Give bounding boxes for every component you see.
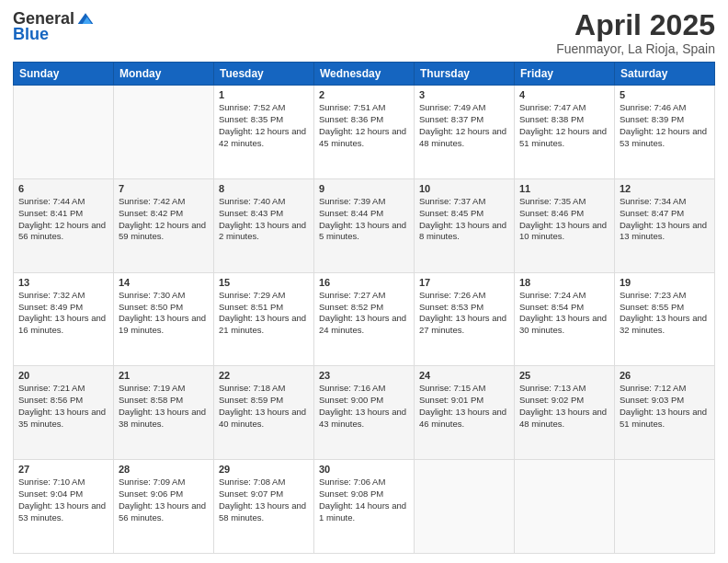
cell-info: Sunrise: 7:52 AMSunset: 8:35 PMDaylight:… bbox=[219, 102, 309, 149]
cell-info: Sunrise: 7:37 AMSunset: 8:45 PMDaylight:… bbox=[419, 196, 509, 243]
cell-info: Sunrise: 7:39 AMSunset: 8:44 PMDaylight:… bbox=[319, 196, 409, 243]
table-row: 16Sunrise: 7:27 AMSunset: 8:52 PMDayligh… bbox=[314, 272, 415, 366]
day-number: 17 bbox=[419, 277, 509, 288]
table-row: 25Sunrise: 7:13 AMSunset: 9:02 PMDayligh… bbox=[515, 366, 615, 460]
table-row: 4Sunrise: 7:47 AMSunset: 8:38 PMDaylight… bbox=[515, 86, 615, 179]
cell-info: Sunrise: 7:32 AMSunset: 8:49 PMDaylight:… bbox=[18, 290, 108, 337]
day-number: 19 bbox=[620, 277, 710, 288]
table-row bbox=[114, 86, 214, 179]
day-number: 29 bbox=[219, 464, 309, 475]
table-row: 8Sunrise: 7:40 AMSunset: 8:43 PMDaylight… bbox=[214, 178, 314, 272]
table-row bbox=[615, 460, 715, 554]
day-number: 13 bbox=[18, 277, 108, 288]
calendar-header-row: Sunday Monday Tuesday Wednesday Thursday… bbox=[14, 63, 715, 86]
cell-info: Sunrise: 7:44 AMSunset: 8:41 PMDaylight:… bbox=[18, 196, 108, 243]
cell-info: Sunrise: 7:18 AMSunset: 8:59 PMDaylight:… bbox=[219, 383, 309, 430]
cell-info: Sunrise: 7:06 AMSunset: 9:08 PMDaylight:… bbox=[319, 477, 409, 523]
day-number: 7 bbox=[119, 183, 209, 194]
day-number: 5 bbox=[620, 89, 710, 100]
month-title: April 2025 bbox=[556, 9, 715, 41]
cell-info: Sunrise: 7:10 AMSunset: 9:04 PMDaylight:… bbox=[18, 477, 108, 523]
page: General Blue April 2025 Fuenmayor, La Ri… bbox=[0, 0, 728, 563]
table-row: 26Sunrise: 7:12 AMSunset: 9:03 PMDayligh… bbox=[615, 366, 715, 460]
day-number: 27 bbox=[18, 464, 108, 475]
day-number: 6 bbox=[18, 183, 108, 194]
cell-info: Sunrise: 7:49 AMSunset: 8:37 PMDaylight:… bbox=[419, 102, 509, 149]
cell-info: Sunrise: 7:21 AMSunset: 8:56 PMDaylight:… bbox=[18, 383, 108, 430]
col-friday: Friday bbox=[515, 63, 615, 86]
cell-info: Sunrise: 7:27 AMSunset: 8:52 PMDaylight:… bbox=[319, 290, 409, 337]
table-row: 7Sunrise: 7:42 AMSunset: 8:42 PMDaylight… bbox=[114, 178, 214, 272]
title-block: April 2025 Fuenmayor, La Rioja, Spain bbox=[556, 9, 715, 56]
table-row: 14Sunrise: 7:30 AMSunset: 8:50 PMDayligh… bbox=[114, 272, 214, 366]
logo: General Blue bbox=[13, 9, 95, 44]
day-number: 23 bbox=[319, 370, 409, 381]
location: Fuenmayor, La Rioja, Spain bbox=[556, 41, 715, 56]
cell-info: Sunrise: 7:40 AMSunset: 8:43 PMDaylight:… bbox=[219, 196, 309, 243]
cell-info: Sunrise: 7:15 AMSunset: 9:01 PMDaylight:… bbox=[419, 383, 509, 430]
cell-info: Sunrise: 7:34 AMSunset: 8:47 PMDaylight:… bbox=[620, 196, 710, 243]
table-row: 19Sunrise: 7:23 AMSunset: 8:55 PMDayligh… bbox=[615, 272, 715, 366]
day-number: 28 bbox=[119, 464, 209, 475]
cell-info: Sunrise: 7:47 AMSunset: 8:38 PMDaylight:… bbox=[519, 102, 609, 149]
table-row: 3Sunrise: 7:49 AMSunset: 8:37 PMDaylight… bbox=[415, 86, 515, 179]
day-number: 18 bbox=[519, 277, 609, 288]
table-row: 12Sunrise: 7:34 AMSunset: 8:47 PMDayligh… bbox=[615, 178, 715, 272]
table-row: 6Sunrise: 7:44 AMSunset: 8:41 PMDaylight… bbox=[14, 178, 114, 272]
day-number: 22 bbox=[219, 370, 309, 381]
table-row bbox=[515, 460, 615, 554]
cell-info: Sunrise: 7:19 AMSunset: 8:58 PMDaylight:… bbox=[119, 383, 209, 430]
table-row: 18Sunrise: 7:24 AMSunset: 8:54 PMDayligh… bbox=[515, 272, 615, 366]
day-number: 4 bbox=[519, 89, 609, 100]
header: General Blue April 2025 Fuenmayor, La Ri… bbox=[13, 9, 715, 56]
cell-info: Sunrise: 7:23 AMSunset: 8:55 PMDaylight:… bbox=[620, 290, 710, 337]
day-number: 30 bbox=[319, 464, 409, 475]
day-number: 20 bbox=[18, 370, 108, 381]
table-row: 30Sunrise: 7:06 AMSunset: 9:08 PMDayligh… bbox=[314, 460, 415, 554]
cell-info: Sunrise: 7:24 AMSunset: 8:54 PMDaylight:… bbox=[519, 290, 609, 337]
table-row: 29Sunrise: 7:08 AMSunset: 9:07 PMDayligh… bbox=[214, 460, 314, 554]
cell-info: Sunrise: 7:29 AMSunset: 8:51 PMDaylight:… bbox=[219, 290, 309, 337]
calendar-week-row: 13Sunrise: 7:32 AMSunset: 8:49 PMDayligh… bbox=[14, 272, 715, 366]
table-row: 27Sunrise: 7:10 AMSunset: 9:04 PMDayligh… bbox=[14, 460, 114, 554]
table-row: 11Sunrise: 7:35 AMSunset: 8:46 PMDayligh… bbox=[515, 178, 615, 272]
cell-info: Sunrise: 7:46 AMSunset: 8:39 PMDaylight:… bbox=[620, 102, 710, 149]
cell-info: Sunrise: 7:26 AMSunset: 8:53 PMDaylight:… bbox=[419, 290, 509, 337]
day-number: 11 bbox=[519, 183, 609, 194]
table-row bbox=[415, 460, 515, 554]
table-row: 13Sunrise: 7:32 AMSunset: 8:49 PMDayligh… bbox=[14, 272, 114, 366]
calendar-week-row: 6Sunrise: 7:44 AMSunset: 8:41 PMDaylight… bbox=[14, 178, 715, 272]
table-row: 21Sunrise: 7:19 AMSunset: 8:58 PMDayligh… bbox=[114, 366, 214, 460]
table-row: 20Sunrise: 7:21 AMSunset: 8:56 PMDayligh… bbox=[14, 366, 114, 460]
day-number: 2 bbox=[319, 89, 409, 100]
col-wednesday: Wednesday bbox=[314, 63, 415, 86]
table-row: 15Sunrise: 7:29 AMSunset: 8:51 PMDayligh… bbox=[214, 272, 314, 366]
cell-info: Sunrise: 7:16 AMSunset: 9:00 PMDaylight:… bbox=[319, 383, 409, 430]
calendar-week-row: 20Sunrise: 7:21 AMSunset: 8:56 PMDayligh… bbox=[14, 366, 715, 460]
table-row: 1Sunrise: 7:52 AMSunset: 8:35 PMDaylight… bbox=[214, 86, 314, 179]
day-number: 10 bbox=[419, 183, 509, 194]
cell-info: Sunrise: 7:35 AMSunset: 8:46 PMDaylight:… bbox=[519, 196, 609, 243]
col-saturday: Saturday bbox=[615, 63, 715, 86]
logo-blue-text: Blue bbox=[13, 25, 49, 44]
col-tuesday: Tuesday bbox=[214, 63, 314, 86]
calendar-table: Sunday Monday Tuesday Wednesday Thursday… bbox=[13, 62, 715, 554]
table-row: 28Sunrise: 7:09 AMSunset: 9:06 PMDayligh… bbox=[114, 460, 214, 554]
day-number: 26 bbox=[620, 370, 710, 381]
day-number: 15 bbox=[219, 277, 309, 288]
cell-info: Sunrise: 7:51 AMSunset: 8:36 PMDaylight:… bbox=[319, 102, 409, 149]
day-number: 24 bbox=[419, 370, 509, 381]
cell-info: Sunrise: 7:09 AMSunset: 9:06 PMDaylight:… bbox=[119, 477, 209, 523]
cell-info: Sunrise: 7:30 AMSunset: 8:50 PMDaylight:… bbox=[119, 290, 209, 337]
col-thursday: Thursday bbox=[415, 63, 515, 86]
table-row: 17Sunrise: 7:26 AMSunset: 8:53 PMDayligh… bbox=[415, 272, 515, 366]
table-row: 22Sunrise: 7:18 AMSunset: 8:59 PMDayligh… bbox=[214, 366, 314, 460]
col-monday: Monday bbox=[114, 63, 214, 86]
day-number: 25 bbox=[519, 370, 609, 381]
cell-info: Sunrise: 7:13 AMSunset: 9:02 PMDaylight:… bbox=[519, 383, 609, 430]
cell-info: Sunrise: 7:12 AMSunset: 9:03 PMDaylight:… bbox=[620, 383, 710, 430]
cell-info: Sunrise: 7:42 AMSunset: 8:42 PMDaylight:… bbox=[119, 196, 209, 243]
logo-icon bbox=[76, 10, 95, 29]
table-row bbox=[14, 86, 114, 179]
cell-info: Sunrise: 7:08 AMSunset: 9:07 PMDaylight:… bbox=[219, 477, 309, 523]
